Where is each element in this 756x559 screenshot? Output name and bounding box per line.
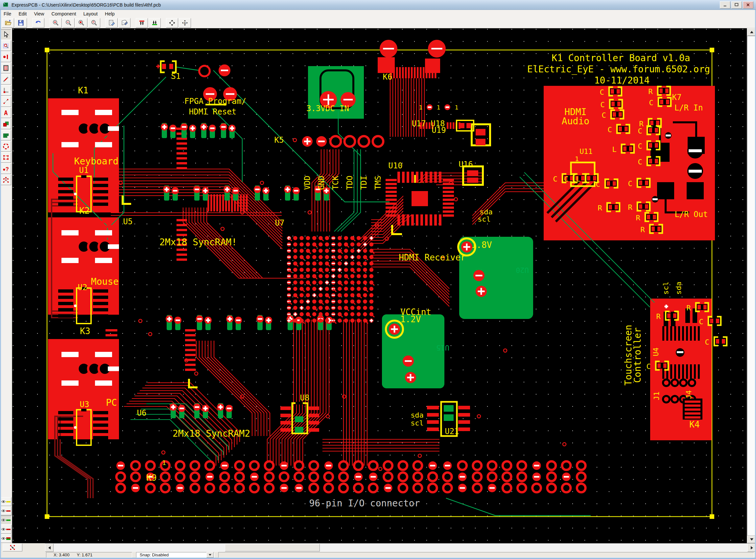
pcb-canvas[interactable]: K1 Controller Board v1.0aElEctric_EyE - … xyxy=(12,28,747,543)
maximize-button[interactable] xyxy=(731,1,742,8)
outline-icon xyxy=(2,154,9,161)
plane-icon xyxy=(2,132,9,139)
select-tool[interactable] xyxy=(1,29,11,40)
minimize-icon xyxy=(723,2,728,7)
circle-tool[interactable] xyxy=(1,141,11,152)
svg-text:96-pin I/O connector: 96-pin I/O connector xyxy=(309,498,420,509)
svg-text:A: A xyxy=(4,110,7,116)
close-button[interactable] xyxy=(743,1,753,8)
pan-view-button[interactable] xyxy=(166,18,178,28)
horizontal-scroll-thumb[interactable] xyxy=(225,544,320,552)
status-message-panel xyxy=(218,552,754,558)
zoom-window-tool[interactable] xyxy=(1,41,11,51)
svg-text:C: C xyxy=(638,142,642,150)
snap-dropdown-button[interactable] xyxy=(206,552,214,558)
layer-top-copper-toggle[interactable] xyxy=(0,507,12,515)
title-bar[interactable]: ExpressPCB - C:\Users\Xilinx\Desktop\65O… xyxy=(0,0,756,10)
scroll-down-button[interactable] xyxy=(747,536,756,543)
svg-text:3.3VDC IN: 3.3VDC IN xyxy=(306,104,349,113)
pan-auto-button[interactable]: A xyxy=(179,18,191,28)
svg-text:2Mx18 SyncRAM!: 2Mx18 SyncRAM! xyxy=(159,237,237,248)
svg-text:10-11/2014: 10-11/2014 xyxy=(594,75,650,86)
page-pen-icon xyxy=(121,19,128,26)
zoom-board-button[interactable] xyxy=(75,18,87,28)
pad-tool[interactable] xyxy=(1,52,11,62)
pcb-drawing: K1 Controller Board v1.0aElEctric_EyE - … xyxy=(12,28,745,543)
svg-text:R: R xyxy=(628,203,633,211)
svg-text:C: C xyxy=(699,318,703,326)
eye-icon xyxy=(1,518,6,521)
svg-text:TMS: TMS xyxy=(373,176,383,190)
top-layer-icon xyxy=(138,19,145,26)
menu-file[interactable]: File xyxy=(0,10,15,17)
vertical-scrollbar[interactable] xyxy=(747,28,756,543)
save-button[interactable] xyxy=(15,18,27,28)
svg-text:A: A xyxy=(184,21,186,25)
svg-text:L/R In: L/R In xyxy=(674,103,703,112)
undo-button[interactable] xyxy=(32,18,44,28)
snap-origin-button[interactable] xyxy=(3,543,22,552)
trace-icon xyxy=(2,76,9,83)
disconnect-tool[interactable] xyxy=(1,96,11,107)
text-tool[interactable]: A xyxy=(1,108,11,118)
bottom-layer-icon xyxy=(151,19,158,26)
zoom-in-icon xyxy=(52,19,59,26)
layer-color-swatch xyxy=(6,501,10,502)
show-top-layer-button[interactable] xyxy=(136,18,148,28)
layer-bottom-copper-toggle[interactable] xyxy=(0,525,12,534)
zoom-in-button[interactable] xyxy=(50,18,62,28)
svg-text:TCK: TCK xyxy=(331,175,340,190)
board-outline-tool[interactable] xyxy=(1,152,11,163)
svg-text:J4: J4 xyxy=(685,390,693,399)
component-manager-button[interactable] xyxy=(118,18,131,28)
horizontal-scrollbar[interactable] xyxy=(45,543,756,552)
corner-tool[interactable] xyxy=(1,85,11,96)
page-edit-icon xyxy=(108,19,115,26)
board-properties-button[interactable] xyxy=(106,18,118,28)
menu-edit[interactable]: Edit xyxy=(15,10,30,17)
svg-text:L: L xyxy=(576,175,580,183)
toolbar-separator xyxy=(161,18,165,27)
zoom-previous-icon: P xyxy=(91,19,98,26)
menu-component[interactable]: Component xyxy=(48,10,80,17)
svg-text:2Mx18 SyncRAM2: 2Mx18 SyncRAM2 xyxy=(173,428,250,439)
menu-help[interactable]: Help xyxy=(101,10,118,17)
svg-text:L: L xyxy=(612,146,616,154)
zoom-out-icon xyxy=(65,19,72,26)
layer-plane-toggle[interactable] xyxy=(0,516,12,524)
zoom-board-icon xyxy=(78,19,85,26)
svg-text:L/R Out: L/R Out xyxy=(674,210,708,219)
menu-layout[interactable]: Layout xyxy=(80,10,101,17)
ratsnest-tool[interactable] xyxy=(1,175,11,185)
svg-text:S1: S1 xyxy=(171,72,181,81)
layer-both-copper-toggle[interactable] xyxy=(0,534,12,543)
plane-tool[interactable] xyxy=(1,130,11,140)
vertical-scroll-thumb[interactable] xyxy=(747,36,756,536)
svg-text:C: C xyxy=(596,180,600,188)
svg-text:?: ? xyxy=(6,166,9,172)
snap-origin-icon xyxy=(9,544,16,551)
minimize-button[interactable] xyxy=(720,1,730,8)
bottom-left-tool-panel xyxy=(0,543,45,552)
status-bar: X: 3.400 Y: 1.671 Snap: Disabled xyxy=(0,552,756,558)
rectangle-tool[interactable] xyxy=(1,119,11,129)
svg-text:U2: U2 xyxy=(78,283,87,292)
eye-icon xyxy=(1,537,6,540)
svg-text:ElEctric_EyE - www.forum.6502.: ElEctric_EyE - www.forum.6502.org xyxy=(527,64,710,75)
zoom-out-button[interactable] xyxy=(63,18,75,28)
scroll-up-button[interactable] xyxy=(747,28,756,36)
part-info-tool[interactable]: ? xyxy=(1,163,11,174)
trace-tool[interactable] xyxy=(1,74,11,85)
svg-text:1: 1 xyxy=(455,104,459,111)
scroll-left-button[interactable] xyxy=(45,543,53,552)
svg-text:K6: K6 xyxy=(383,72,392,82)
svg-text:U19: U19 xyxy=(432,126,446,135)
svg-text:U6: U6 xyxy=(137,408,146,418)
layer-silkscreen-toggle[interactable] xyxy=(0,497,12,506)
component-tool[interactable] xyxy=(1,63,11,73)
menu-view[interactable]: View xyxy=(30,10,48,17)
show-bottom-layer-button[interactable] xyxy=(148,18,161,28)
open-button[interactable] xyxy=(2,18,14,28)
zoom-previous-button[interactable]: P xyxy=(88,18,100,28)
svg-text:Controller: Controller xyxy=(632,328,643,383)
